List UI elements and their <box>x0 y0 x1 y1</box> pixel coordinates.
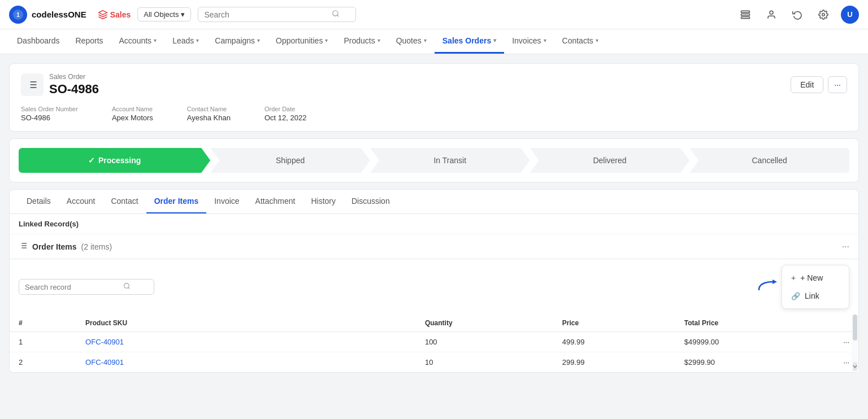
status-label-processing: Processing <box>98 156 141 165</box>
tab-attachment[interactable]: Attachment <box>248 190 303 213</box>
tab-history[interactable]: History <box>303 190 344 213</box>
settings-icon[interactable] <box>815 6 832 23</box>
field-value-account: Apex Motors <box>112 114 153 122</box>
check-icon: ✓ <box>88 156 95 165</box>
nav-label-reports: Reports <box>76 36 103 45</box>
field-label-contact: Contact Name <box>187 106 231 112</box>
status-label-cancelled: Cancelled <box>752 156 787 165</box>
more-options-button[interactable]: ··· <box>828 76 847 93</box>
order-items-header: Order Items (2 items) ··· <box>10 234 858 259</box>
avatar[interactable]: U <box>841 6 859 24</box>
scrollbar-thumb[interactable] <box>853 315 857 341</box>
header-actions: Edit ··· <box>791 76 847 93</box>
record-header-card: Sales Order SO-4986 Edit ··· Sales Order… <box>9 63 859 132</box>
row-2-num: 2 <box>10 352 76 373</box>
status-step-processing[interactable]: ✓ Processing <box>19 148 210 173</box>
scroll-down-button[interactable] <box>853 362 857 371</box>
tab-invoice[interactable]: Invoice <box>206 190 247 213</box>
row-1-price: 499.99 <box>553 332 675 352</box>
record-id: SO-4986 <box>49 82 99 97</box>
row-2-total: $2999.90 <box>675 352 834 373</box>
new-link-dropdown: + + New 🔗 Link <box>782 265 849 309</box>
chevron-down-icon: ▾ <box>377 37 380 43</box>
field-contact-name: Contact Name Ayesha Khan <box>187 106 231 122</box>
field-value-order-date: Oct 12, 2022 <box>264 114 306 122</box>
svg-rect-5 <box>741 16 750 18</box>
nav-label-quotes: Quotes <box>396 36 422 45</box>
order-items-more-button[interactable]: ··· <box>842 242 849 252</box>
stack-icon[interactable] <box>737 6 754 23</box>
user-icon[interactable] <box>763 6 780 23</box>
nav-item-sales-orders[interactable]: Sales Orders ▾ <box>435 29 504 54</box>
nav-item-dashboards[interactable]: Dashboards <box>9 29 68 54</box>
record-fields: Sales Order Number SO-4986 Account Name … <box>21 106 847 122</box>
product-link-2[interactable]: OFC-40901 <box>85 358 124 366</box>
link-item-button[interactable]: 🔗 Link <box>782 287 849 305</box>
field-order-date: Order Date Oct 12, 2022 <box>264 106 306 122</box>
record-search-input[interactable] <box>25 283 120 291</box>
status-label-shipped: Shipped <box>276 156 305 165</box>
field-account-name: Account Name Apex Motors <box>112 106 153 122</box>
record-header-top: Sales Order SO-4986 Edit ··· <box>21 73 847 97</box>
nav-item-contacts[interactable]: Contacts ▾ <box>554 29 606 54</box>
col-header-total: Total Price <box>675 315 834 332</box>
col-header-quantity: Quantity <box>416 315 553 332</box>
content-area: Sales Order SO-4986 Edit ··· Sales Order… <box>0 54 868 382</box>
status-step-cancelled[interactable]: Cancelled <box>689 148 849 173</box>
row-1-sku: OFC-40901 <box>76 332 416 352</box>
nav-item-opportunities[interactable]: Opportunities ▾ <box>268 29 336 54</box>
nav-item-quotes[interactable]: Quotes ▾ <box>388 29 435 54</box>
product-link-1[interactable]: OFC-40901 <box>85 338 124 346</box>
nav-item-accounts[interactable]: Accounts ▾ <box>111 29 165 54</box>
brand-name: codelessONE <box>32 10 86 19</box>
nav-item-invoices[interactable]: Invoices ▾ <box>504 29 554 54</box>
tab-details[interactable]: Details <box>19 190 59 213</box>
nav-item-leads[interactable]: Leads ▾ <box>164 29 207 54</box>
link-icon: 🔗 <box>791 292 800 300</box>
history-icon[interactable] <box>789 6 806 23</box>
chevron-down-icon: ▾ <box>154 37 157 43</box>
list-view-icon[interactable] <box>21 73 44 96</box>
order-items-title-text: Order Items <box>32 242 77 251</box>
record-type-label: Sales Order <box>49 73 99 81</box>
object-selector[interactable]: All Objects ▾ <box>137 7 191 21</box>
row-1-total: $49999.00 <box>675 332 834 352</box>
status-step-delivered[interactable]: Delivered <box>530 148 690 173</box>
edit-button[interactable]: Edit <box>791 76 823 93</box>
nav-label-products: Products <box>344 36 375 45</box>
nav-label-contacts: Contacts <box>562 36 593 45</box>
nav-label-invoices: Invoices <box>512 36 541 45</box>
record-breadcrumb: Sales Order SO-4986 <box>21 73 99 97</box>
table-row: 1 OFC-40901 100 499.99 $49999.00 ··· <box>10 332 858 352</box>
tab-order-items[interactable]: Order Items <box>146 190 207 213</box>
status-label-delivered: Delivered <box>593 156 626 165</box>
global-search-input[interactable] <box>204 10 328 19</box>
status-step-shipped[interactable]: Shipped <box>210 148 370 173</box>
col-header-price: Price <box>553 315 675 332</box>
plus-icon: + <box>791 273 796 282</box>
new-item-button[interactable]: + + New <box>782 269 849 287</box>
tab-discussion[interactable]: Discussion <box>344 190 398 213</box>
nav-label-dashboards: Dashboards <box>17 36 60 45</box>
nav-item-campaigns[interactable]: Campaigns ▾ <box>207 29 268 54</box>
scrollbar-track[interactable] <box>852 315 858 372</box>
col-header-sku: Product SKU <box>76 315 416 332</box>
tabs-nav: Details Account Contact Order Items Invo… <box>10 190 858 214</box>
status-bar: ✓ Processing Shipped In Transit Delivere… <box>9 138 859 182</box>
tab-account[interactable]: Account <box>59 190 103 213</box>
nav-label-accounts: Accounts <box>119 36 152 45</box>
table-header-row: # Product SKU Quantity Price Total Price <box>10 315 858 332</box>
logo-area: 1 codelessONE <box>9 6 86 24</box>
nav-item-reports[interactable]: Reports <box>68 29 111 54</box>
field-value-contact: Ayesha Khan <box>187 114 231 122</box>
nav-label-campaigns: Campaigns <box>215 36 255 45</box>
nav-label-opportunities: Opportunities <box>276 36 323 45</box>
nav-item-products[interactable]: Products ▾ <box>336 29 388 54</box>
status-step-in-transit[interactable]: In Transit <box>370 148 530 173</box>
chevron-down-icon: ▾ <box>181 10 185 19</box>
svg-point-2 <box>333 11 338 16</box>
record-search-bar <box>19 279 154 295</box>
order-items-section: Order Items (2 items) ··· <box>10 234 858 372</box>
tab-contact[interactable]: Contact <box>103 190 146 213</box>
linked-records-label: Linked Record(s) <box>10 214 858 234</box>
